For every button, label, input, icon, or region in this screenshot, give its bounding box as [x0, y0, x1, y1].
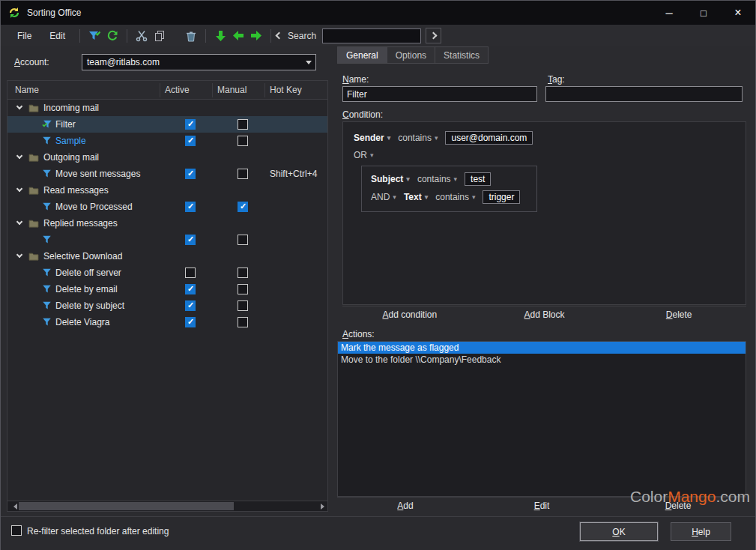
- manual-checkbox[interactable]: [238, 317, 248, 327]
- name-field[interactable]: [342, 86, 537, 102]
- dropdown-arrow-icon[interactable]: [302, 58, 315, 67]
- app-icon: [7, 6, 21, 19]
- tree-folder-row[interactable]: Outgoing mail: [7, 149, 327, 166]
- condition-join-dropdown[interactable]: OR: [354, 150, 374, 160]
- search-expand-button[interactable]: [426, 28, 441, 43]
- move-down-icon[interactable]: [211, 27, 229, 45]
- delete-icon[interactable]: [182, 27, 200, 45]
- toolbar-separator: [205, 29, 206, 43]
- manual-checkbox[interactable]: [238, 136, 248, 146]
- tree-filter-row[interactable]: Move to Processed: [7, 199, 327, 215]
- refresh-icon[interactable]: [103, 27, 121, 45]
- tree-filter-row[interactable]: Delete off server: [7, 265, 327, 281]
- column-header-name[interactable]: Name: [15, 85, 39, 95]
- menu-file[interactable]: File: [8, 28, 40, 44]
- condition-operator-dropdown[interactable]: contains: [398, 133, 438, 143]
- maximize-button[interactable]: □: [686, 1, 721, 25]
- condition-field-dropdown[interactable]: Subject: [371, 174, 410, 184]
- add-block-link[interactable]: Add Block: [524, 309, 564, 320]
- toolbar-separator: [79, 29, 80, 43]
- help-button[interactable]: Help: [671, 522, 731, 541]
- active-checkbox[interactable]: [185, 235, 196, 245]
- search-input[interactable]: [322, 28, 421, 43]
- action-item[interactable]: Move to the folder \\Company\Feedback: [338, 354, 746, 366]
- delete-condition-link[interactable]: Delete: [666, 309, 692, 320]
- horizontal-scrollbar[interactable]: [7, 501, 327, 511]
- tree-filter-row[interactable]: Filter: [7, 116, 327, 133]
- actions-list[interactable]: Mark the message as flaggedMove to the f…: [337, 341, 746, 497]
- tree-filter-row[interactable]: Move sent messagesShift+Ctrl+4: [7, 166, 327, 182]
- active-checkbox[interactable]: [185, 202, 196, 212]
- collapse-chevron-icon[interactable]: [16, 153, 22, 159]
- scroll-left-arrow[interactable]: [7, 501, 19, 511]
- column-header-active[interactable]: Active: [165, 85, 190, 95]
- tree-filter-row[interactable]: [7, 232, 327, 248]
- folder-label: Selective Download: [43, 251, 122, 262]
- ok-button[interactable]: OK: [580, 522, 658, 541]
- condition-join-dropdown[interactable]: AND: [371, 192, 396, 202]
- tab-options[interactable]: Options: [387, 46, 435, 64]
- collapse-chevron-icon[interactable]: [16, 103, 22, 109]
- active-checkbox[interactable]: [185, 300, 196, 311]
- tree-filter-row[interactable]: Sample: [7, 133, 327, 149]
- collapse-chevron-icon[interactable]: [16, 219, 22, 225]
- manual-checkbox[interactable]: [238, 202, 248, 212]
- condition-value[interactable]: user@domain.com: [445, 131, 533, 145]
- tag-field[interactable]: [545, 86, 743, 102]
- menu-edit[interactable]: Edit: [40, 28, 74, 44]
- tree-filter-row[interactable]: Delete by email: [7, 281, 327, 297]
- active-checkbox[interactable]: [185, 317, 196, 327]
- collapse-chevron-icon[interactable]: [16, 186, 22, 192]
- tab-general[interactable]: General: [337, 46, 387, 64]
- add-action-link[interactable]: Add: [397, 501, 413, 511]
- tree-folder-row[interactable]: Read messages: [7, 182, 327, 199]
- collapse-chevron-icon[interactable]: [16, 252, 22, 258]
- column-header-manual[interactable]: Manual: [217, 85, 247, 95]
- toolbar-separator: [270, 29, 271, 43]
- manual-checkbox[interactable]: [238, 169, 248, 179]
- condition-value[interactable]: test: [465, 172, 491, 186]
- refilter-label: Re-filter selected folder after editing: [27, 526, 169, 537]
- refilter-checkbox[interactable]: [11, 525, 22, 536]
- manual-checkbox[interactable]: [238, 268, 248, 278]
- manual-checkbox[interactable]: [238, 119, 248, 130]
- tree-folder-row[interactable]: Incoming mail: [7, 100, 327, 116]
- condition-row: AND Text contains trigger: [371, 190, 527, 204]
- account-dropdown[interactable]: team@ritlabs.com: [82, 54, 316, 70]
- condition-field-dropdown[interactable]: Sender: [354, 133, 390, 143]
- tree-filter-row[interactable]: Delete Viagra: [7, 314, 327, 330]
- manual-checkbox[interactable]: [238, 300, 248, 311]
- column-header-hotkey[interactable]: Hot Key: [270, 85, 302, 95]
- close-button[interactable]: ×: [721, 1, 755, 25]
- scroll-right-arrow[interactable]: [316, 501, 327, 511]
- toolbar-separator: [127, 29, 127, 43]
- active-checkbox[interactable]: [185, 119, 196, 130]
- filter-icon: [42, 235, 52, 244]
- condition-operator-dropdown[interactable]: contains: [417, 174, 457, 184]
- minimize-button[interactable]: ─: [652, 1, 686, 25]
- active-checkbox[interactable]: [185, 268, 196, 278]
- manual-checkbox[interactable]: [238, 235, 248, 245]
- add-condition-link[interactable]: Add condition: [382, 309, 437, 320]
- search-collapse-icon[interactable]: [276, 32, 283, 40]
- condition-field-dropdown[interactable]: Text: [404, 192, 428, 202]
- active-checkbox[interactable]: [185, 169, 196, 179]
- tree-folder-row[interactable]: Selective Download: [7, 248, 327, 265]
- tree-folder-row[interactable]: Replied messages: [7, 215, 327, 232]
- copy-icon[interactable]: [151, 27, 169, 45]
- active-checkbox[interactable]: [185, 284, 196, 294]
- condition-value[interactable]: trigger: [483, 190, 520, 204]
- manual-checkbox[interactable]: [238, 284, 248, 294]
- cut-icon[interactable]: [133, 27, 151, 45]
- action-item[interactable]: Mark the message as flagged: [338, 342, 746, 354]
- edit-action-link[interactable]: Edit: [534, 501, 550, 511]
- active-checkbox[interactable]: [185, 136, 196, 146]
- tab-statistics[interactable]: Statistics: [435, 46, 489, 64]
- scrollbar-thumb[interactable]: [19, 502, 234, 510]
- condition-operator-dropdown[interactable]: contains: [435, 192, 475, 202]
- move-left-icon[interactable]: [229, 27, 247, 45]
- tree-filter-row[interactable]: Delete by subject: [7, 297, 327, 314]
- move-right-icon[interactable]: [247, 27, 265, 45]
- titlebar: Sorting Office ─ □ ×: [1, 1, 755, 25]
- new-filter-icon[interactable]: [85, 27, 103, 45]
